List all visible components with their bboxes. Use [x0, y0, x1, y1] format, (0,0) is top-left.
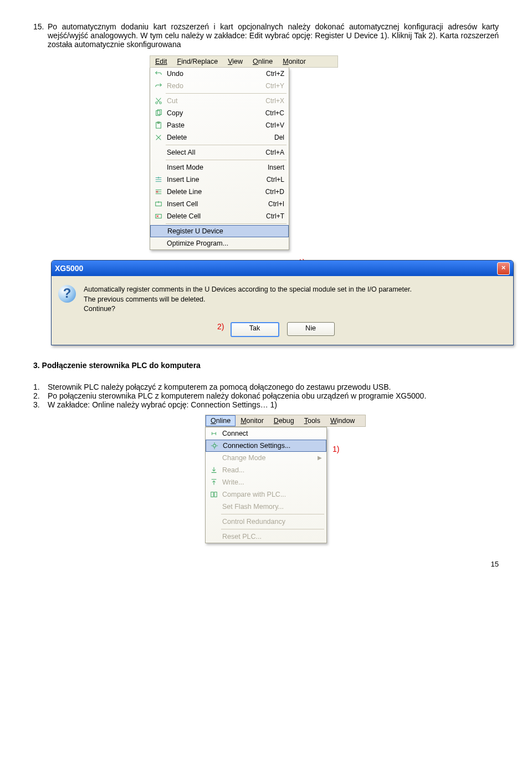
menu-window[interactable]: Window: [325, 415, 360, 426]
menu-item-label: Connect: [220, 430, 322, 437]
submenu-arrow-icon: ▶: [318, 455, 322, 461]
menu-item-redo: RedoCtrl+Y: [150, 80, 289, 92]
menu-item-insert-line[interactable]: Insert LineCtrl+L: [150, 174, 289, 186]
para-3-1: 1. Sterownik PLC należy połączyć z kompu…: [33, 383, 499, 391]
menu-item-write: Write...: [206, 476, 326, 488]
menu-find[interactable]: Find/Replace: [172, 56, 223, 67]
connect-icon: [208, 430, 220, 437]
para-3-2-num: 2.: [33, 391, 48, 400]
online-menu-dropdown: ConnectConnection Settings...Change Mode…: [205, 427, 327, 543]
dialog-line1: Automatically register comments in the U…: [84, 285, 412, 295]
menu-item-label: Delete Cell: [165, 212, 266, 220]
annotation-1b: 1): [332, 445, 339, 453]
menu-item-delete-line[interactable]: Delete LineCtrl+D: [150, 186, 289, 198]
delete-icon: [152, 134, 165, 141]
menu-item-undo[interactable]: UndoCtrl+Z: [150, 68, 289, 80]
menu-item-label: Cut: [165, 97, 265, 105]
menu-item-label: Paste: [165, 121, 265, 129]
menu-item-shortcut: Ctrl+Z: [266, 70, 284, 78]
menu-tools[interactable]: Tools: [299, 415, 325, 426]
question-icon: ?: [58, 285, 76, 303]
para-3-1-num: 1.: [33, 383, 48, 391]
menu-item-insert-mode[interactable]: Insert ModeInsert: [150, 161, 289, 174]
yes-button[interactable]: Tak: [231, 322, 279, 337]
menu-item-label: Reset PLC...: [220, 533, 322, 541]
menu-item-shortcut: Del: [274, 134, 284, 141]
menu-item-label: Undo: [165, 70, 266, 78]
menu-item-label: Delete Line: [165, 188, 265, 196]
menu-monitor[interactable]: Monitor: [278, 56, 311, 67]
svg-rect-10: [214, 492, 217, 497]
menu-item-shortcut: Ctrl+T: [266, 212, 284, 220]
edit-menu-screenshot: Edit Find/Replace View Online Monitor Un…: [150, 55, 338, 250]
menu-item-change-mode: Change Mode▶: [206, 452, 326, 464]
menu-debug[interactable]: Debug: [269, 415, 299, 426]
insline-icon: [152, 176, 165, 183]
close-icon[interactable]: ×: [497, 262, 510, 275]
para-3-3-text: W zakładce: Online należy wybrać opcję: …: [48, 400, 499, 409]
menu-item-delete[interactable]: DeleteDel: [150, 131, 289, 144]
menu-item-label: Insert Mode: [165, 164, 268, 171]
menu-item-shortcut: Ctrl+Y: [265, 82, 284, 90]
menu-item-label: Register U Device: [165, 227, 284, 235]
edit-menu-bar: Edit Find/Replace View Online Monitor: [150, 55, 338, 68]
read-icon: [208, 466, 220, 474]
menu-item-copy[interactable]: CopyCtrl+C: [150, 107, 289, 119]
menu-item-label: Insert Line: [165, 176, 267, 183]
menu-online2[interactable]: Online: [206, 415, 236, 426]
menu-edit[interactable]: Edit: [150, 56, 172, 67]
compare-icon: [208, 491, 220, 498]
dialog-title: XG5000: [55, 264, 83, 273]
dialog-titlebar: XG5000 ×: [52, 261, 513, 276]
menu-item-delete-cell[interactable]: Delete CellCtrl+T: [150, 210, 289, 222]
menu-item-set-flash-memory: Set Flash Memory...: [206, 501, 326, 513]
menu-item-shortcut: Ctrl+L: [267, 176, 284, 183]
menu-item-label: Change Mode: [220, 454, 318, 462]
menu-item-insert-cell[interactable]: Insert CellCtrl+I: [150, 198, 289, 210]
menu-item-label: Compare with PLC...: [220, 491, 322, 498]
menu-online[interactable]: Online: [248, 56, 278, 67]
dialog-message: Automatically register comments in the U…: [84, 285, 412, 314]
menu-item-label: Redo: [165, 82, 265, 90]
para-3-1-text: Sterownik PLC należy połączyć z komputer…: [48, 383, 499, 391]
menu-item-connection-settings[interactable]: Connection Settings...: [206, 440, 326, 452]
paste-icon: [152, 121, 165, 129]
menu-view[interactable]: View: [223, 56, 248, 67]
menu-item-optimize-program[interactable]: Optimize Program...: [150, 237, 289, 249]
menu-item-register-u-device[interactable]: Register U Device: [150, 225, 289, 237]
online-menu-screenshot: Online Monitor Debug Tools Window Connec…: [205, 415, 366, 543]
menu-item-shortcut: Insert: [268, 164, 284, 171]
menu-item-paste[interactable]: PasteCtrl+V: [150, 119, 289, 131]
annotation-2: 2): [217, 322, 224, 331]
menu-item-cut: CutCtrl+X: [150, 95, 289, 107]
menu-item-shortcut: Ctrl+D: [265, 188, 284, 196]
para-15-num: 15.: [33, 22, 48, 49]
dialog-screenshot: XG5000 × ? Automatically register commen…: [51, 260, 514, 345]
dialog-line2: The previous comments will be deleted.: [84, 295, 412, 305]
menu-item-label: Set Flash Memory...: [220, 503, 322, 511]
online-menu-bar: Online Monitor Debug Tools Window: [205, 415, 366, 427]
menu-item-label: Optimize Program...: [165, 239, 284, 247]
svg-rect-5: [157, 122, 160, 124]
menu-item-select-all[interactable]: Select AllCtrl+A: [150, 146, 289, 159]
svg-point-1: [160, 102, 162, 104]
menu-monitor2[interactable]: Monitor: [236, 415, 269, 426]
menu-item-label: Delete: [165, 134, 274, 141]
menu-item-label: Connection Settings...: [221, 442, 321, 450]
settings-icon: [208, 442, 221, 450]
xg5000-dialog: XG5000 × ? Automatically register commen…: [51, 260, 514, 345]
no-button[interactable]: Nie: [287, 322, 335, 336]
menu-item-connect[interactable]: Connect: [206, 427, 326, 440]
page-number: 15: [33, 560, 499, 568]
para-15: 15. Po automatycznym dodaniu kart rozsze…: [33, 22, 499, 49]
cut-icon: [152, 97, 165, 105]
menu-item-shortcut: Ctrl+C: [265, 109, 284, 117]
dialog-buttons: Tak Nie: [52, 318, 513, 345]
menu-item-read: Read...: [206, 464, 326, 476]
menu-item-reset-plc: Reset PLC...: [206, 531, 326, 543]
svg-rect-9: [211, 492, 213, 497]
menu-item-shortcut: Ctrl+A: [265, 149, 284, 156]
menu-item-control-redundancy: Control Redundancy: [206, 516, 326, 528]
para-3-3-num: 3.: [33, 400, 48, 409]
inscell-icon: [152, 200, 165, 208]
